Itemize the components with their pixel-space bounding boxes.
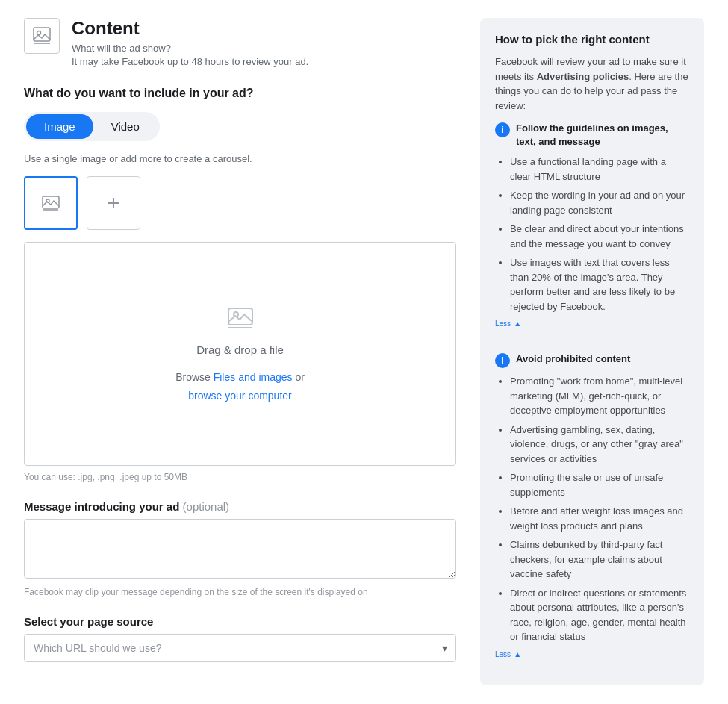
page-source-label: Select your page source xyxy=(24,615,456,628)
list-item: Advertising gambling, sex, dating, viole… xyxy=(510,423,689,467)
message-footer-hint: Facebook may clip your message depending… xyxy=(24,587,456,597)
svg-rect-3 xyxy=(43,196,59,208)
guidelines-list: Use a functional landing page with a cle… xyxy=(495,155,689,314)
list-item: Direct or indirect questions or statemen… xyxy=(510,586,689,644)
list-item: Before and after weight loss images and … xyxy=(510,504,689,533)
guidelines-icon: i xyxy=(495,122,510,137)
list-item: Be clear and direct about your intention… xyxy=(510,222,689,251)
list-item: Promoting "work from home", multi-level … xyxy=(510,374,689,418)
image-selector xyxy=(24,176,456,230)
page-header: Content What will the ad show? It may ta… xyxy=(24,18,456,69)
page-title: Content xyxy=(72,18,308,39)
prohibited-less-link[interactable]: Less ▲ xyxy=(495,650,689,658)
page-subtitle: What will the ad show? It may take Faceb… xyxy=(72,42,308,69)
list-item: Use a functional landing page with a cle… xyxy=(510,155,689,184)
message-textarea[interactable] xyxy=(24,519,456,579)
list-item: Promoting the sale or use of unsafe supp… xyxy=(510,470,689,499)
svg-rect-0 xyxy=(34,28,50,41)
list-item: Keep the wording in your ad and on your … xyxy=(510,188,689,217)
chevron-up-icon: ▲ xyxy=(514,650,521,658)
prohibited-section: i Avoid prohibited content Promoting "wo… xyxy=(495,352,689,658)
prohibited-title: Avoid prohibited content xyxy=(516,352,630,366)
browse-links: Browse Files and images or browse your c… xyxy=(175,368,305,405)
add-image-button[interactable] xyxy=(87,176,140,230)
info-box: How to pick the right content Facebook w… xyxy=(480,18,704,685)
info-box-title: How to pick the right content xyxy=(495,33,689,46)
info-box-intro: Facebook will review your ad to make sur… xyxy=(495,54,689,113)
content-icon xyxy=(24,18,60,54)
chevron-up-icon: ▲ xyxy=(514,320,521,328)
video-toggle-button[interactable]: Video xyxy=(93,114,158,139)
browse-computer-link[interactable]: browse your computer xyxy=(188,390,292,402)
section-title: What do you want to include in your ad? xyxy=(24,87,456,100)
svg-rect-8 xyxy=(228,308,252,325)
url-select[interactable]: Which URL should we use? xyxy=(24,634,456,662)
header-text: Content What will the ad show? It may ta… xyxy=(72,18,308,69)
guidelines-less-link[interactable]: Less ▲ xyxy=(495,320,689,328)
prohibited-list: Promoting "work from home", multi-level … xyxy=(495,374,689,644)
svg-point-1 xyxy=(37,31,41,35)
list-item: Use images with text that covers less th… xyxy=(510,255,689,314)
prohibited-header: i Avoid prohibited content xyxy=(495,352,689,368)
list-item: Claims debunked by third-party fact chec… xyxy=(510,538,689,582)
divider xyxy=(495,340,689,340)
url-select-wrapper: Which URL should we use? xyxy=(24,634,456,662)
message-field-label: Message introducing your ad (optional) xyxy=(24,500,456,513)
file-type-hint: You can use: .jpg, .png, .jpeg up to 50M… xyxy=(24,472,456,482)
guidelines-title: Follow the guidelines on images, text, a… xyxy=(516,122,689,149)
carousel-hint: Use a single image or add more to create… xyxy=(24,153,456,164)
upload-icon xyxy=(225,302,255,334)
image-toggle-button[interactable]: Image xyxy=(26,114,93,139)
guidelines-header: i Follow the guidelines on images, text,… xyxy=(495,122,689,149)
browse-files-link[interactable]: Files and images xyxy=(214,371,293,383)
drop-text: Drag & drop a file xyxy=(196,343,284,356)
sidebar: How to pick the right content Facebook w… xyxy=(480,18,704,685)
drop-zone[interactable]: Drag & drop a file Browse Files and imag… xyxy=(24,242,456,466)
media-type-toggle: Image Video xyxy=(24,112,160,141)
image-thumb-1[interactable] xyxy=(24,176,78,230)
prohibited-icon: i xyxy=(495,353,510,368)
guidelines-section: i Follow the guidelines on images, text,… xyxy=(495,122,689,328)
main-content: Content What will the ad show? It may ta… xyxy=(24,18,456,685)
